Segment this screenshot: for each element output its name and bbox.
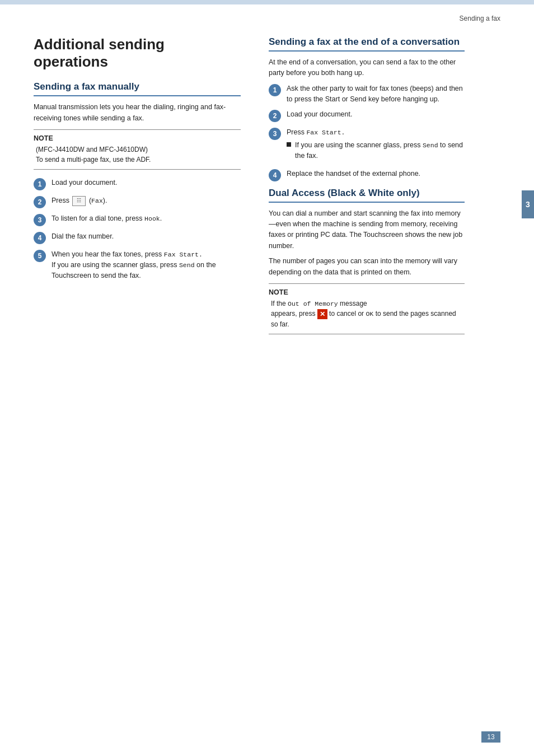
main-title: Additional sending operations — [34, 36, 241, 71]
step-text-5: When you hear the fax tones, press Fax S… — [51, 249, 241, 281]
right-step-text-4: Replace the handset of the external phon… — [287, 169, 420, 179]
right-step-num-1: 1 — [269, 84, 281, 96]
content-area: Additional sending operations Sending a … — [0, 25, 534, 353]
header: Sending a fax — [0, 4, 534, 25]
step-num-4: 4 — [34, 232, 46, 244]
right-section-2-para1: You can dial a number and start scanning… — [269, 208, 465, 252]
step-text-1: Load your document. — [51, 178, 117, 188]
step-text-3: To listen for a dial tone, press Hook. — [51, 213, 162, 224]
right-step-num-3: 3 — [269, 128, 281, 140]
cancel-icon: ✕ — [317, 309, 327, 319]
out-of-memory-code: Out of Memory — [288, 300, 338, 307]
page: Sending a fax Additional sending operati… — [0, 0, 534, 756]
right-step-3: 3 Press Fax Start. If you are using the … — [269, 127, 465, 163]
left-intro: Manual transmission lets you hear the di… — [34, 102, 241, 124]
left-steps: 1 Load your document. 2 Press ☷ (Fax). — [34, 178, 241, 281]
right-step-text-3: Press Fax Start. If you are using the sc… — [287, 127, 465, 163]
right-step-4: 4 Replace the handset of the external ph… — [269, 169, 465, 181]
ok-code: OK — [366, 310, 373, 318]
breadcrumb: Sending a fax — [460, 15, 500, 22]
step-2: 2 Press ☷ (Fax). — [34, 195, 241, 208]
step-4: 4 Dial the fax number. — [34, 231, 241, 244]
step-3: 3 To listen for a dial tone, press Hook. — [34, 213, 241, 226]
page-number: 13 — [481, 731, 500, 743]
right-section-2-para2: The number of pages you can scan into th… — [269, 256, 465, 278]
right-column: Sending a fax at the end of a conversati… — [257, 30, 498, 353]
left-note-line-1: (MFC-J4410DW and MFC-J4610DW) — [34, 144, 241, 155]
left-column: Additional sending operations Sending a … — [0, 30, 257, 353]
step-num-3: 3 — [34, 214, 46, 226]
step-text-2: Press ☷ (Fax). — [51, 195, 107, 206]
bullet-text-1: If you are using the scanner glass, pres… — [295, 140, 465, 161]
step-5: 5 When you hear the fax tones, press Fax… — [34, 249, 241, 281]
bullet-icon — [287, 142, 291, 147]
step-text-4: Dial the fax number. — [51, 231, 114, 242]
left-note-line-2: To send a multi-page fax, use the ADF. — [34, 155, 241, 165]
top-bar — [0, 0, 534, 4]
chapter-tab: 3 — [522, 190, 534, 218]
left-note-box: NOTE (MFC-J4410DW and MFC-J4610DW) To se… — [34, 129, 241, 170]
step-num-2: 2 — [34, 196, 46, 208]
right-section-2-title: Dual Access (Black & White only) — [269, 187, 465, 203]
right-step-num-4: 4 — [269, 169, 281, 181]
step-1: 1 Load your document. — [34, 178, 241, 190]
left-section-title: Sending a fax manually — [34, 81, 241, 96]
right-step-text-1: Ask the other party to wait for fax tone… — [287, 83, 465, 105]
right-step-text-2: Load your document. — [287, 109, 352, 120]
fax-key-icon: ☷ — [72, 196, 86, 206]
right-steps-1: 1 Ask the other party to wait for fax to… — [269, 83, 465, 181]
right-note-box: NOTE If the Out of Memory message appear… — [269, 283, 465, 334]
right-note-text-2: appears, press ✕ to cancel or OK to send… — [269, 309, 465, 329]
right-section-1-title: Sending a fax at the end of a conversati… — [269, 36, 465, 52]
right-step-2: 2 Load your document. — [269, 109, 465, 122]
right-section-1-intro: At the end of a conversation, you can se… — [269, 57, 465, 79]
right-note-text: If the Out of Memory message — [269, 298, 465, 309]
right-note-label: NOTE — [269, 288, 465, 296]
step-num-5: 5 — [34, 250, 46, 262]
bullet-item-1: If you are using the scanner glass, pres… — [287, 140, 465, 161]
right-step-3-bullets: If you are using the scanner glass, pres… — [287, 140, 465, 161]
fax-label: Fax — [91, 197, 103, 204]
step-num-1: 1 — [34, 178, 46, 190]
right-step-num-2: 2 — [269, 110, 281, 122]
right-step-1: 1 Ask the other party to wait for fax to… — [269, 83, 465, 105]
left-note-label: NOTE — [34, 134, 241, 142]
